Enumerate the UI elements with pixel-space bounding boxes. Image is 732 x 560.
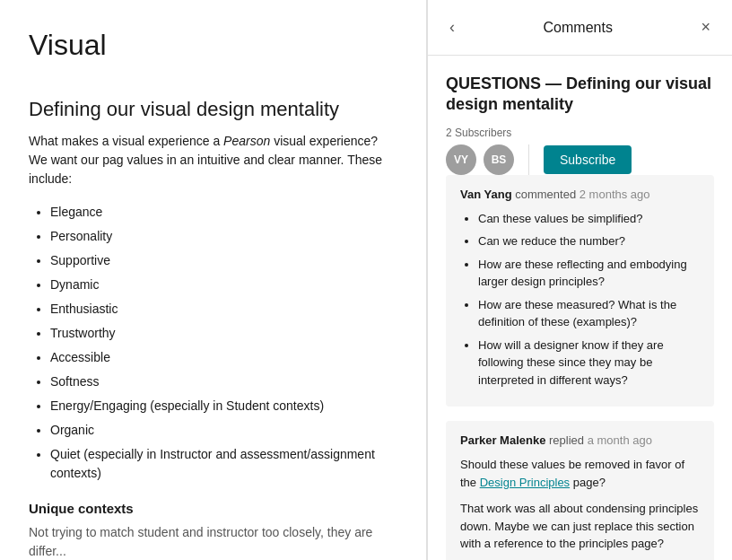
list-item: Energy/Engaging (especially in Student c… (50, 397, 397, 416)
list-item: Personality (50, 227, 397, 246)
list-item: Elegance (50, 203, 397, 222)
subsection-title: Unique contexts (29, 501, 397, 516)
comment-text-2: Should these values be removed in favor … (460, 456, 700, 553)
back-icon: ‹ (449, 18, 455, 37)
comment-action-1: commented (515, 188, 580, 201)
list-item: Organic (50, 421, 397, 440)
comment-card-2: Parker Malenke replied a month ago Shoul… (446, 421, 714, 560)
page-title: Visual (29, 29, 397, 62)
subscribe-button[interactable]: Subscribe (544, 145, 632, 174)
close-icon: × (701, 18, 710, 37)
comment-paragraph-2: That work was all about condensing princ… (460, 500, 700, 553)
design-principles-link[interactable]: Design Principles (480, 476, 570, 489)
comment-time-2: a month ago (588, 433, 652, 447)
comments-body: QUESTIONS — Defining our visual design m… (428, 56, 732, 560)
vertical-divider (528, 144, 529, 175)
comment-author-2: Parker Malenke (460, 433, 545, 447)
comment-meta-2: Parker Malenke replied a month ago (460, 433, 700, 447)
list-item: Softness (50, 372, 397, 391)
section-title: Defining our visual design mentality (29, 98, 397, 121)
comment-bullet-item: Can these values be simplified? (478, 210, 700, 228)
comments-header: ‹ Comments × (428, 0, 732, 56)
comment-bullet-item: How are these measured? What is the defi… (478, 296, 700, 331)
comment-time-1: 2 months ago (580, 188, 650, 201)
comment-action-2: replied (549, 433, 588, 447)
comment-bullets-1: Can these values be simplified?Can we re… (460, 210, 700, 389)
subscribers-group: 2 Subscribers VY BS Subscribe (446, 127, 714, 175)
section-intro: What makes a visual experience a Pearson… (29, 132, 397, 188)
list-item: Accessible (50, 348, 397, 367)
close-button[interactable]: × (697, 14, 714, 40)
comment-meta-1: Van Yang commented 2 months ago (460, 188, 700, 201)
subsection-text: Not trying to match student and instruct… (29, 523, 397, 560)
list-item: Quiet (especially in Instructor and asse… (50, 445, 397, 483)
intro-text-before: What makes a visual experience a (29, 134, 223, 148)
comment-bullet-item: How are these reflecting and embodying l… (478, 256, 700, 291)
left-panel: Visual Defining our visual design mental… (0, 0, 427, 560)
subscribers-row: VY BS Subscribe (446, 144, 714, 175)
list-item: Enthusiastic (50, 300, 397, 319)
values-list: ElegancePersonalitySupportiveDynamicEnth… (29, 203, 397, 483)
back-button[interactable]: ‹ (446, 14, 458, 40)
intro-italic: Pearson (223, 134, 270, 148)
thread-title: QUESTIONS — Defining our visual design m… (446, 74, 714, 116)
comment-author-1: Van Yang (460, 188, 512, 201)
list-item: Supportive (50, 251, 397, 270)
comment-card-1: Van Yang commented 2 months ago Can thes… (446, 175, 714, 407)
list-item: Trustworthy (50, 324, 397, 343)
list-item: Dynamic (50, 276, 397, 294)
right-panel: ‹ Comments × QUESTIONS — Defining our vi… (427, 0, 732, 560)
comment-bullet-item: How will a designer know if they are fol… (478, 337, 700, 389)
comment-bullet-item: Can we reduce the number? (478, 232, 700, 250)
subscribers-label: 2 Subscribers (446, 127, 714, 139)
avatar-bs: BS (484, 144, 514, 175)
comment-paragraph-1: Should these values be removed in favor … (460, 456, 700, 491)
comments-header-title: Comments (544, 20, 613, 36)
avatar-vy: VY (446, 144, 476, 175)
